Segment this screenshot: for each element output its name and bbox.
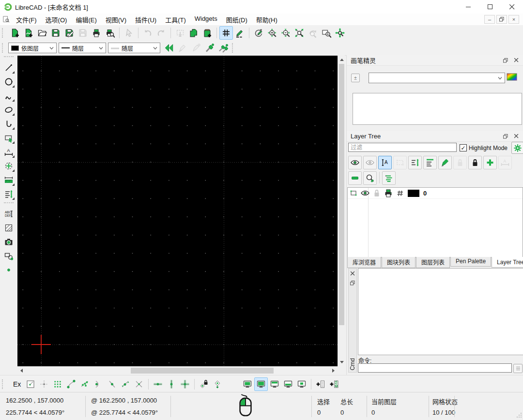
color-combobox[interactable]: 依图层 (8, 43, 57, 53)
remove-layer-button[interactable] (348, 171, 362, 185)
set-relative-zero-button[interactable] (211, 377, 224, 391)
print-preview-button[interactable] (103, 26, 117, 40)
layer-filter-input[interactable] (348, 143, 457, 152)
tool-select-button[interactable] (2, 131, 15, 145)
snap-endpoints-button[interactable] (64, 377, 78, 391)
menu-Widgets[interactable]: Widgets (190, 14, 222, 26)
close-button[interactable] (501, 0, 523, 14)
layer-color-swatch[interactable] (408, 190, 419, 197)
menu-文件F[interactable]: 文件(F) (12, 14, 41, 26)
horizontal-scroll-thumb[interactable] (131, 368, 274, 374)
highlight-mode-checkbox[interactable]: ✓ (460, 144, 467, 151)
toolbar-handle[interactable] (2, 28, 6, 38)
paste-button[interactable] (200, 26, 214, 40)
dock-area-bottom-button[interactable] (281, 377, 295, 391)
tool-ellipse-button[interactable] (2, 103, 15, 117)
zoom-out-button[interactable] (279, 26, 292, 40)
apply-pen-to-entity-button[interactable] (203, 41, 216, 55)
toolbar-handle[interactable] (2, 43, 6, 53)
tool-order-button[interactable] (2, 187, 15, 201)
command-input[interactable] (358, 363, 512, 373)
selection-pointer-button[interactable] (122, 26, 136, 40)
layer-row[interactable]: 0 (348, 188, 523, 199)
restrict-vertical-button[interactable] (165, 377, 178, 391)
pen-wizard-list[interactable] (353, 93, 522, 125)
edit-layer-pen-button[interactable] (438, 156, 452, 169)
dock-tab-2[interactable]: 图块列表 (382, 257, 415, 268)
menu-工具T[interactable]: 工具(T) (161, 14, 190, 26)
zoom-in-button[interactable] (265, 26, 279, 40)
tool-line-button[interactable] (2, 61, 15, 75)
redo-button[interactable] (154, 26, 168, 40)
mdi-minimize-button[interactable]: – (484, 15, 495, 24)
horizontal-scrollbar[interactable] (17, 367, 338, 375)
zoom-window-button[interactable] (320, 26, 333, 40)
toolbar-handle[interactable] (4, 56, 14, 60)
pick-pen-button[interactable] (176, 41, 189, 55)
snap-distance-button[interactable] (119, 377, 132, 391)
previous-menu-button[interactable] (162, 41, 176, 55)
scroll-down-icon[interactable] (340, 361, 344, 363)
mdi-restore-button[interactable] (496, 15, 507, 24)
layer-list[interactable]: 0 (347, 187, 523, 257)
flat-list-view-button[interactable] (382, 171, 396, 185)
tool-polyline-button[interactable] (2, 117, 15, 131)
dock-area-top-button[interactable] (268, 377, 281, 391)
visibility-icon[interactable] (359, 188, 371, 198)
copy-button[interactable] (187, 26, 200, 40)
open-file-button[interactable] (35, 26, 49, 40)
restrict-horizontal-button[interactable] (151, 377, 165, 391)
float-panel-icon[interactable] (349, 280, 356, 286)
construction-layer-button[interactable] (393, 156, 407, 169)
linetype-combobox[interactable]: 随层 (59, 43, 106, 53)
menu-选项O[interactable]: 选项(O) (41, 14, 72, 26)
dock-area-full-button[interactable] (254, 377, 268, 391)
zoom-previous-button[interactable] (306, 26, 320, 40)
command-history[interactable] (358, 268, 523, 355)
print-button[interactable] (90, 26, 103, 40)
pen-wizard-combobox[interactable] (369, 73, 505, 83)
tool-modify-button[interactable] (2, 159, 15, 173)
dock-area-left-button[interactable] (241, 377, 254, 391)
match-layer-button[interactable]: A (378, 156, 392, 169)
show-all-layers-button[interactable] (348, 156, 362, 169)
menu-编辑E[interactable]: 编辑(E) (71, 14, 101, 26)
close-panel-icon[interactable] (513, 133, 520, 140)
construction-lines-icon[interactable] (394, 188, 406, 198)
hide-all-layers-button[interactable] (363, 156, 377, 169)
color-palette-button[interactable] (507, 73, 517, 82)
snap-on-grid-button[interactable] (51, 377, 64, 391)
vertical-scroll-thumb[interactable] (339, 64, 344, 325)
tool-curve-button[interactable] (2, 89, 15, 103)
linewidth-combobox[interactable]: 随层 (108, 43, 160, 53)
lock-relative-zero-button[interactable] (197, 377, 211, 391)
dimension-layer-button[interactable]: A (498, 156, 512, 169)
tool-hatch-button[interactable] (2, 221, 15, 235)
scroll-left-icon[interactable] (20, 369, 23, 373)
exclusive-snap-label[interactable]: Ex (13, 380, 21, 388)
snap-center-button[interactable] (92, 377, 105, 391)
close-panel-icon[interactable] (513, 57, 520, 64)
dock-tab-1[interactable]: 库浏览器 (347, 257, 381, 268)
tool-mtext-button[interactable]: ABCDEF (2, 207, 15, 221)
tool-insert-image-button[interactable] (2, 235, 15, 249)
zoom-pan-button[interactable] (333, 26, 347, 40)
add-pen-widget-button[interactable] (327, 377, 341, 391)
new-document-button[interactable] (8, 26, 22, 40)
menu-视图V[interactable]: 视图(V) (101, 14, 131, 26)
float-panel-icon[interactable] (502, 57, 509, 64)
print-icon[interactable] (383, 188, 394, 198)
mdi-close-button[interactable]: × (508, 15, 519, 24)
snap-intersection-button[interactable] (132, 377, 146, 391)
redraw-button[interactable] (252, 26, 265, 40)
layer-tree-settings-button[interactable] (511, 142, 523, 154)
undo-button[interactable] (141, 26, 154, 40)
command-options-button[interactable] (513, 364, 523, 373)
tool-measure-button[interactable] (2, 173, 15, 187)
drawing-canvas[interactable] (17, 56, 338, 366)
menu-插件U[interactable]: 插件(U) (131, 14, 161, 26)
add-command-widget-button[interactable] (314, 377, 327, 391)
lock-icon[interactable] (371, 188, 383, 198)
tool-circle-button[interactable] (2, 75, 15, 89)
tool-dimension-button[interactable]: A (2, 145, 15, 159)
